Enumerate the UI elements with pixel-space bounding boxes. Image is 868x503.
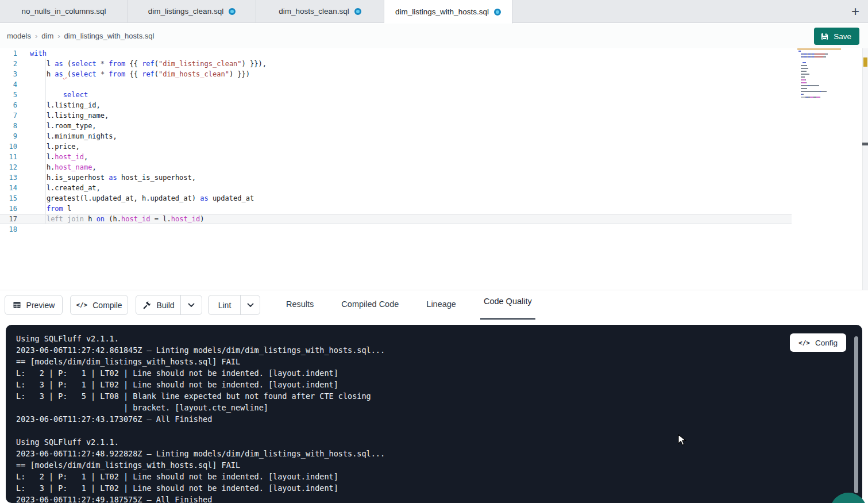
tab-label: dim_hosts_clean.sql xyxy=(279,7,349,16)
code-text: with xyxy=(30,48,47,59)
lint-button[interactable]: Lint xyxy=(208,295,241,315)
code-line[interactable]: 16 from l xyxy=(0,203,792,214)
new-tab-button[interactable]: + xyxy=(843,0,868,22)
build-dropdown-button[interactable] xyxy=(180,295,202,315)
code-editor[interactable]: 1with2 l as (select * from {{ ref("dim_l… xyxy=(0,48,862,290)
line-number: 18 xyxy=(0,224,17,235)
chevron-down-icon xyxy=(247,303,254,308)
code-line[interactable]: 4 xyxy=(0,79,792,90)
chevron-down-icon xyxy=(188,303,195,308)
code-line[interactable]: 14 l.created_at, xyxy=(0,183,792,193)
terminal-line: 2023-06-06T11:27:42.861845Z – Linting mo… xyxy=(16,344,862,356)
line-number: 5 xyxy=(0,90,17,100)
terminal-line: L: 2 | P: 1 | LT02 | Line should not be … xyxy=(16,471,862,482)
minimap[interactable] xyxy=(798,51,840,113)
minimap-line xyxy=(798,74,840,75)
terminal-lines: Using SQLFluff v2.1.1.2023-06-06T11:27:4… xyxy=(16,333,862,503)
code-line[interactable]: 9 l.minimum_nights, xyxy=(0,131,792,141)
minimap-line xyxy=(798,53,840,55)
preview-button[interactable]: Preview xyxy=(5,295,63,315)
compile-button[interactable]: </> Compile xyxy=(70,295,128,315)
code-text: from l xyxy=(30,203,71,214)
panel-tab-compiled-code[interactable]: Compiled Code xyxy=(338,290,402,320)
modified-dot-icon xyxy=(494,9,501,16)
code-line[interactable]: 8 l.room_type, xyxy=(0,121,792,131)
minimap-line xyxy=(798,59,840,60)
dbt-cloud-ide: no_nulls_in_columns.sqldim_listings_clea… xyxy=(0,0,868,503)
code-line[interactable]: 1with xyxy=(0,48,792,59)
tab-label: no_nulls_in_columns.sql xyxy=(21,7,106,16)
breadcrumb-item[interactable]: models xyxy=(7,32,31,40)
line-number: 9 xyxy=(0,131,17,141)
terminal-line: L: 2 | P: 1 | LT02 | Line should not be … xyxy=(16,367,862,379)
breadcrumb-item[interactable]: dim xyxy=(41,32,53,40)
compile-label: Compile xyxy=(92,301,122,310)
code-line[interactable]: 12 h.host_name, xyxy=(0,162,792,172)
editor-tab[interactable]: no_nulls_in_columns.sql xyxy=(0,0,128,22)
code-line[interactable]: 18 xyxy=(0,224,792,235)
code-line[interactable]: 5 select xyxy=(0,90,792,100)
minimap-line xyxy=(798,68,840,69)
panel-tabs: ResultsCompiled CodeLineageCode Quality xyxy=(283,290,535,320)
code-line[interactable]: 2 l as (select * from {{ ref("dim_listin… xyxy=(0,59,792,69)
terminal-line: L: 3 | P: 1 | LT02 | Line should not be … xyxy=(16,482,862,494)
code-text: l.host_id, xyxy=(30,152,88,162)
code-line[interactable]: 13 h.is_superhost as host_is_superhost, xyxy=(0,172,792,183)
save-button[interactable]: Save xyxy=(814,28,859,45)
code-line[interactable]: 17 left join h on (h.host_id = l.host_id… xyxy=(0,214,792,224)
lint-output-terminal: Using SQLFluff v2.1.1.2023-06-06T11:27:4… xyxy=(6,325,862,503)
terminal-line xyxy=(16,425,862,436)
ruler-cursor-marker xyxy=(862,143,868,145)
build-button[interactable]: Build xyxy=(136,295,182,315)
terminal-line: L: 3 | P: 5 | LT08 | Blank line expected… xyxy=(16,390,862,402)
code-line[interactable]: 11 l.host_id, xyxy=(0,152,792,162)
code-icon: </> xyxy=(76,301,87,309)
code-line[interactable]: 15 greatest(l.updated_at, h.updated_at) … xyxy=(0,193,792,203)
save-label: Save xyxy=(834,32,851,41)
line-number: 15 xyxy=(0,193,17,203)
preview-label: Preview xyxy=(26,301,55,310)
editor-tab[interactable]: dim_listings_clean.sql xyxy=(128,0,256,22)
code-text: l as (select * from {{ ref("dim_listings… xyxy=(30,59,267,69)
code-text: h.host_name, xyxy=(30,162,97,172)
breadcrumb: models›dim›dim_listings_with_hosts.sql xyxy=(0,24,868,48)
minimap-line xyxy=(798,76,840,78)
terminal-line: | bracket. [layout.cte_newline] xyxy=(16,402,862,413)
line-number: 16 xyxy=(0,203,17,214)
minimap-line xyxy=(798,85,840,86)
code-line[interactable]: 7 l.listing_name, xyxy=(0,110,792,121)
line-number: 17 xyxy=(0,214,17,224)
terminal-line: 2023-06-06T11:27:49.187575Z – All Finish… xyxy=(16,494,862,503)
config-button[interactable]: </> Config xyxy=(790,333,846,352)
table-icon xyxy=(13,301,21,309)
editor-tab[interactable]: dim_hosts_clean.sql xyxy=(256,0,384,22)
terminal-line: Using SQLFluff v2.1.1. xyxy=(16,333,862,344)
overview-ruler[interactable] xyxy=(862,48,868,290)
code-line[interactable]: 3 h as (select * from {{ ref("dim_hosts_… xyxy=(0,69,792,79)
line-number: 10 xyxy=(0,141,17,152)
code-line[interactable]: 10 l.price, xyxy=(0,141,792,152)
minimap-line xyxy=(798,71,840,72)
panel-tab-lineage[interactable]: Lineage xyxy=(423,290,460,320)
panel-tab-code-quality[interactable]: Code Quality xyxy=(480,290,535,320)
minimap-line xyxy=(798,88,840,89)
code-line[interactable]: 6 l.listing_id, xyxy=(0,100,792,110)
action-toolbar: Preview </> Compile Build Lint xyxy=(0,290,868,319)
lint-dropdown-button[interactable] xyxy=(240,295,260,315)
minimap-line xyxy=(798,91,840,92)
ruler-warning-marker xyxy=(863,57,867,67)
terminal-line: L: 3 | P: 1 | LT02 | Line should not be … xyxy=(16,379,862,390)
lint-label: Lint xyxy=(218,301,232,310)
breadcrumb-item[interactable]: dim_listings_with_hosts.sql xyxy=(64,32,155,40)
tab-label: dim_listings_with_hosts.sql xyxy=(395,7,489,16)
breadcrumb-separator: › xyxy=(35,32,37,40)
code-text: l.listing_id, xyxy=(30,100,101,110)
panel-tab-results[interactable]: Results xyxy=(283,290,317,320)
terminal-scrollbar[interactable] xyxy=(854,336,858,493)
code-text: l.room_type, xyxy=(30,121,97,131)
breadcrumb-separator: › xyxy=(57,32,60,40)
code-text: l.price, xyxy=(30,141,80,152)
editor-tab[interactable]: dim_listings_with_hosts.sql xyxy=(384,0,512,24)
line-number: 4 xyxy=(0,79,17,90)
line-number: 1 xyxy=(0,48,17,59)
